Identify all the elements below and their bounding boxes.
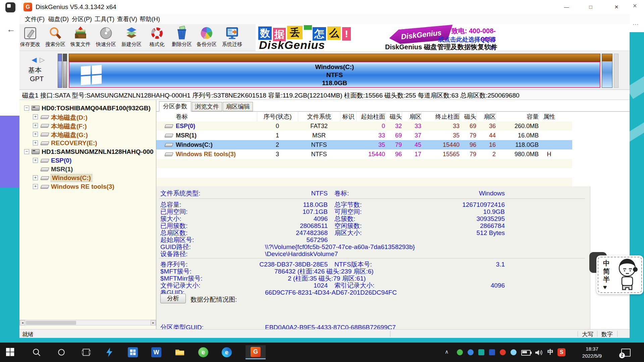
col-header-seq-status[interactable]: 序号(状态) xyxy=(257,112,298,121)
table-empty-row xyxy=(156,168,572,178)
expand-icon[interactable]: + xyxy=(33,123,38,128)
col-header-end-head[interactable]: 磁头 xyxy=(460,112,476,121)
pinned-thunder-app[interactable] xyxy=(99,345,119,359)
pinned-word-app[interactable]: W xyxy=(146,345,166,359)
table-row-msr[interactable]: MSR(1) 1 MSR 33 69 37 35 79 44 16.0MB xyxy=(156,131,572,140)
tree-item-windows-c[interactable]: + Windows(C:) xyxy=(19,174,156,182)
expand-icon[interactable]: + xyxy=(33,140,38,145)
toolbar-quick-partition-button[interactable]: 快速分区 xyxy=(93,26,119,50)
tree-item-local-disk-g[interactable]: + 本地磁盘(G:) xyxy=(19,130,156,139)
detail-row-start-sector: 起始扇区号:567296 xyxy=(156,236,590,243)
scroll-left-icon[interactable]: ◂ xyxy=(20,320,25,325)
tray-icon-teal[interactable] xyxy=(478,349,484,355)
tree-item-hd0[interactable]: − HD0:TOSHIBAMQ04ABF100(932GB) xyxy=(19,104,156,113)
menu-file[interactable]: 文件(F) xyxy=(23,15,47,23)
toolbar-save-changes-button[interactable]: 保存更改 xyxy=(17,26,43,50)
expand-icon[interactable]: + xyxy=(33,114,38,119)
col-header-start-cylinder[interactable]: 起始柱面 xyxy=(356,112,385,121)
expand-icon[interactable]: + xyxy=(33,158,38,163)
pinned-edge-browser[interactable]: e xyxy=(217,345,237,359)
mini-partition-msr[interactable] xyxy=(63,54,67,88)
tree-item-msr[interactable]: MSR(1) xyxy=(19,165,156,174)
table-row-windows-re-tools[interactable]: Windows RE tools(3) 3 NTFS 15440 96 17 1… xyxy=(156,149,572,159)
tab-sector-edit[interactable]: 扇区编辑 xyxy=(223,102,253,111)
col-header-end-cylinder[interactable]: 终止柱面 xyxy=(421,112,460,121)
toolbar-system-migration-button[interactable]: 系统迁移 xyxy=(219,26,245,50)
delete-partition-icon xyxy=(169,26,195,41)
floating-widget[interactable]: 中 简 半 ♥ xyxy=(596,255,643,294)
toolbar-backup-partition-button[interactable]: 备份分区 xyxy=(194,26,219,50)
tree-item-hd1[interactable]: − HD1:SAMSUNGMZNLN128HAHQ-000 xyxy=(19,147,156,156)
minimize-button[interactable]: — xyxy=(556,0,577,14)
analyze-button[interactable]: 分析 xyxy=(160,294,186,303)
tree-item-windows-re-tools[interactable]: + Windows RE tools(3) xyxy=(19,182,156,191)
mini-partition-esp[interactable] xyxy=(58,54,62,88)
tree-item-esp[interactable]: + ESP(0) xyxy=(19,156,156,165)
start-button[interactable] xyxy=(6,348,16,358)
collapse-icon[interactable]: − xyxy=(24,149,29,154)
menu-help[interactable]: 帮助(H) xyxy=(138,15,162,23)
tray-icon-green[interactable] xyxy=(457,349,463,355)
tab-browse-files[interactable]: 浏览文件 xyxy=(192,102,222,111)
pinned-store-app[interactable] xyxy=(123,345,143,359)
col-header-volume-label[interactable]: 卷标 xyxy=(160,112,257,121)
col-header-capacity[interactable]: 容量 xyxy=(496,112,539,121)
toolbar-delete-partition-button[interactable]: 删除分区 xyxy=(169,26,195,50)
tray-icon-snowflake[interactable] xyxy=(511,349,517,355)
tree-horizontal-scrollbar[interactable]: ◂ ▸ xyxy=(19,320,156,325)
tree-item-recovery-e[interactable]: + RECOVERY(E:) xyxy=(19,139,156,147)
menu-disk[interactable]: 磁盘(D) xyxy=(46,15,71,23)
ad-banner[interactable]: 数 据 丢 怎 么 ! DiskGenius DiskGenius 致电: 40… xyxy=(256,24,497,51)
menu-tools[interactable]: 工具(T) xyxy=(93,15,116,23)
tray-icon-blue[interactable] xyxy=(468,349,474,355)
pinned-file-explorer[interactable] xyxy=(170,345,190,359)
sogou-icon[interactable]: S xyxy=(557,348,566,356)
menu-view[interactable]: 查看(V) xyxy=(115,15,139,23)
col-header-start-head[interactable]: 磁头 xyxy=(385,112,402,121)
scroll-right-icon[interactable]: ▸ xyxy=(151,320,156,325)
col-header-attributes[interactable]: 属性 xyxy=(539,112,559,121)
task-view-icon[interactable] xyxy=(82,348,92,358)
ime-indicator[interactable]: 中 xyxy=(547,348,553,356)
col-header-start-sector[interactable]: 扇区 xyxy=(402,112,421,121)
col-header-end-sector[interactable]: 扇区 xyxy=(476,112,496,121)
partition-block-windows-c[interactable]: Windows(C:) NTFS 118.0GB xyxy=(69,54,600,88)
taskbar-search-icon[interactable] xyxy=(32,348,42,358)
recover-files-icon xyxy=(68,26,93,41)
expand-icon[interactable]: + xyxy=(33,175,38,180)
table-row-esp[interactable]: ESP(0) 0 FAT32 0 32 33 33 69 36 260.0MB xyxy=(156,121,572,131)
nav-right-arrow-icon[interactable]: ▷ xyxy=(40,56,45,64)
partition-icon xyxy=(40,159,49,163)
diskgenius-taskbar-icon-active[interactable]: G xyxy=(246,345,266,359)
taskbar-clock[interactable]: 18:37 2022/5/9 xyxy=(570,345,614,359)
cortana-icon[interactable] xyxy=(57,348,67,358)
mini-partition-windows-re[interactable] xyxy=(602,54,612,88)
detail-row-total-capacity: 总容量:118.0GB 总字节数:126710972416 xyxy=(156,201,590,208)
table-row-windows-c-selected[interactable]: Windows(C:) 2 NTFS 35 79 45 15440 96 16 … xyxy=(156,140,572,149)
toolbar-format-button[interactable]: 格式化 xyxy=(144,26,170,50)
scrollbar-thumb[interactable] xyxy=(26,321,76,325)
tree-item-local-disk-f[interactable]: + 本地磁盘(F:) xyxy=(19,121,156,130)
col-header-flag[interactable]: 标识 xyxy=(340,112,356,121)
tab-partition-params[interactable]: 分区参数 xyxy=(159,101,191,112)
tray-expand-icon[interactable]: ∧ xyxy=(445,349,449,355)
toolbar-recover-files-button[interactable]: 恢复文件 xyxy=(68,26,93,50)
toolbar-search-partition-button[interactable]: 搜索分区 xyxy=(43,26,68,50)
maximize-button[interactable]: □ xyxy=(580,0,601,14)
volume-icon[interactable] xyxy=(535,349,543,357)
nav-left-arrow-icon[interactable]: ◀ xyxy=(32,56,37,64)
menu-partition[interactable]: 分区(P) xyxy=(70,15,94,23)
expand-icon[interactable]: + xyxy=(33,132,38,137)
col-header-filesystem[interactable]: 文件系统 xyxy=(298,112,340,121)
collapse-icon[interactable]: − xyxy=(24,106,29,111)
pinned-green-browser[interactable]: e xyxy=(193,345,213,359)
expand-icon[interactable]: + xyxy=(33,184,38,189)
close-button[interactable]: ✕ xyxy=(604,0,629,14)
system-migration-icon xyxy=(219,26,245,41)
battery-icon[interactable] xyxy=(521,350,531,356)
detail-row-cluster-size: 簇大小:4096 总簇数:30935295 xyxy=(156,215,590,222)
toolbar-new-partition-button[interactable]: 新建分区 xyxy=(119,26,144,50)
tray-icon-qq[interactable] xyxy=(489,349,495,355)
tree-item-local-disk-d[interactable]: + 本地磁盘(D:) xyxy=(19,113,156,121)
tray-icon-red[interactable] xyxy=(500,349,506,355)
